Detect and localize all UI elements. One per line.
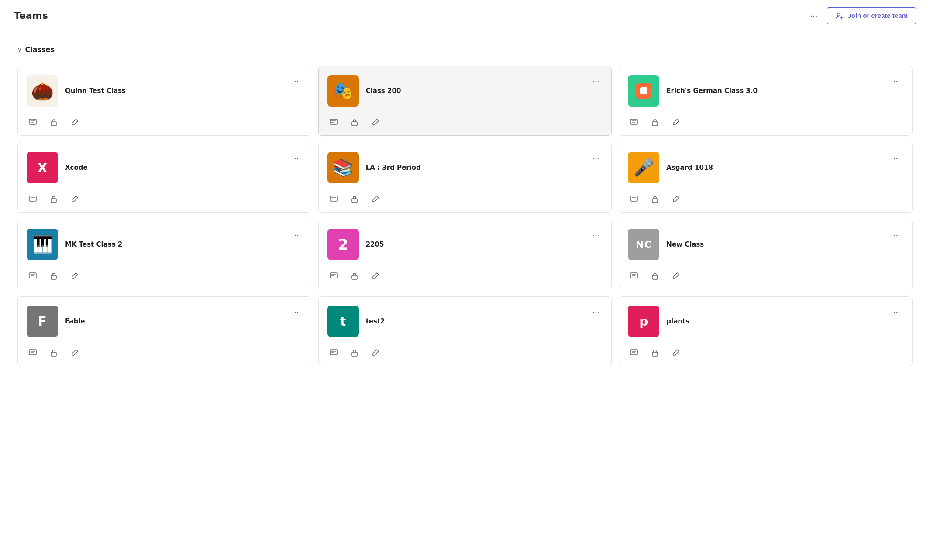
card-icons (327, 191, 603, 205)
team-avatar: 🌰 (27, 75, 58, 107)
join-create-team-button[interactable]: Join or create team (827, 7, 916, 24)
edit-icon-button[interactable] (69, 270, 81, 282)
assignments-icon-button[interactable] (48, 193, 60, 205)
svg-rect-46 (352, 352, 357, 356)
assignments-icon-button[interactable] (48, 116, 60, 128)
notes-icon-button[interactable] (628, 193, 640, 205)
team-avatar: 📚 (327, 152, 359, 183)
team-avatar: F (27, 306, 58, 337)
team-card-mk[interactable]: 🎹 MK Test Class 2 ··· (17, 220, 311, 289)
team-card-plants[interactable]: p plants ··· (619, 296, 913, 366)
edit-icon-button[interactable] (369, 193, 382, 205)
team-avatar (628, 75, 659, 107)
card-more-button[interactable]: ··· (589, 229, 603, 241)
card-more-button[interactable]: ··· (890, 152, 903, 165)
edit-icon-button[interactable] (369, 116, 382, 128)
edit-icon-button[interactable] (369, 270, 382, 282)
card-more-button[interactable]: ··· (289, 152, 302, 165)
assignments-icon-button[interactable] (348, 347, 361, 359)
svg-rect-5 (330, 119, 337, 124)
assignments-icon-button[interactable] (348, 116, 361, 128)
edit-icon-button[interactable] (69, 193, 81, 205)
team-card-fable[interactable]: F Fable ··· (17, 296, 311, 366)
team-name: Xcode (65, 164, 282, 172)
svg-rect-22 (352, 199, 357, 203)
card-top: 🌰 Quinn Test Class ··· (27, 75, 302, 107)
notes-icon-button[interactable] (27, 347, 39, 359)
notes-icon-button[interactable] (27, 193, 39, 205)
svg-rect-39 (29, 350, 36, 355)
notes-icon-button[interactable] (327, 193, 340, 205)
card-top: t test2 ··· (327, 306, 603, 337)
notes-icon-button[interactable] (327, 347, 340, 359)
team-card-german[interactable]: Erich's German Class 3.0 ··· (619, 66, 913, 136)
svg-rect-47 (630, 350, 637, 355)
card-more-button[interactable]: ··· (289, 75, 302, 88)
edit-icon-button[interactable] (670, 347, 682, 359)
assignments-icon-button[interactable] (649, 270, 661, 282)
card-top: X Xcode ··· (27, 152, 302, 183)
team-card-asgard[interactable]: 🎤 Asgard 1018 ··· (619, 143, 913, 213)
card-more-button[interactable]: ··· (890, 75, 903, 88)
svg-rect-10 (640, 87, 647, 94)
notes-icon-button[interactable] (327, 270, 340, 282)
team-avatar: NC (628, 229, 659, 260)
team-avatar: 🎤 (628, 152, 659, 183)
svg-rect-27 (29, 273, 36, 278)
assignments-icon-button[interactable] (48, 270, 60, 282)
svg-rect-18 (51, 199, 56, 203)
header-actions: ··· Join or create team (806, 7, 916, 24)
notes-icon-button[interactable] (628, 347, 640, 359)
card-top: NC New Class ··· (628, 229, 903, 260)
card-top: 🎤 Asgard 1018 ··· (628, 152, 903, 183)
card-more-button[interactable]: ··· (589, 306, 603, 318)
svg-rect-30 (51, 275, 56, 279)
card-more-button[interactable]: ··· (589, 152, 603, 165)
assignments-icon-button[interactable] (348, 193, 361, 205)
teams-grid: 🌰 Quinn Test Class ··· (17, 66, 913, 366)
card-icons (27, 114, 302, 128)
header-more-button[interactable]: ··· (806, 8, 822, 23)
assignments-icon-button[interactable] (48, 347, 60, 359)
team-avatar: t (327, 306, 359, 337)
team-avatar: 🎭 (327, 75, 359, 107)
edit-icon-button[interactable] (670, 193, 682, 205)
card-more-button[interactable]: ··· (589, 75, 603, 88)
card-icons (327, 114, 603, 128)
assignments-icon-button[interactable] (649, 116, 661, 128)
card-more-button[interactable]: ··· (289, 306, 302, 318)
edit-icon-button[interactable] (369, 347, 382, 359)
edit-icon-button[interactable] (670, 270, 682, 282)
team-card-newclass[interactable]: NC New Class ··· (619, 220, 913, 289)
edit-icon-button[interactable] (69, 347, 81, 359)
page-title: Teams (14, 10, 48, 21)
notes-icon-button[interactable] (27, 116, 39, 128)
edit-icon-button[interactable] (670, 116, 682, 128)
svg-rect-19 (330, 196, 337, 201)
team-card-quinn[interactable]: 🌰 Quinn Test Class ··· (17, 66, 311, 136)
team-card-test2[interactable]: t test2 ··· (318, 296, 612, 366)
card-top: 2 2205 ··· (327, 229, 603, 260)
team-card-class200[interactable]: 🎭 Class 200 ··· (318, 66, 612, 136)
assignments-icon-button[interactable] (348, 270, 361, 282)
notes-icon-button[interactable] (628, 116, 640, 128)
notes-icon-button[interactable] (27, 270, 39, 282)
notes-icon-button[interactable] (628, 270, 640, 282)
person-add-icon (835, 11, 844, 20)
team-card-2205[interactable]: 2 2205 ··· (318, 220, 612, 289)
svg-rect-38 (652, 275, 658, 279)
team-name: 2205 (366, 240, 582, 248)
collapse-chevron-icon[interactable]: ∨ (17, 46, 22, 53)
team-name: Fable (65, 317, 282, 325)
card-more-button[interactable]: ··· (289, 229, 302, 241)
team-card-xcode[interactable]: X Xcode ··· (17, 143, 311, 213)
assignments-icon-button[interactable] (649, 193, 661, 205)
card-more-button[interactable]: ··· (890, 306, 903, 318)
team-card-la3rd[interactable]: 📚 LA : 3rd Period ··· (318, 143, 612, 213)
card-icons (628, 114, 903, 128)
edit-icon-button[interactable] (69, 116, 81, 128)
assignments-icon-button[interactable] (649, 347, 661, 359)
notes-icon-button[interactable] (327, 116, 340, 128)
card-more-button[interactable]: ··· (890, 229, 903, 241)
card-top: p plants ··· (628, 306, 903, 337)
